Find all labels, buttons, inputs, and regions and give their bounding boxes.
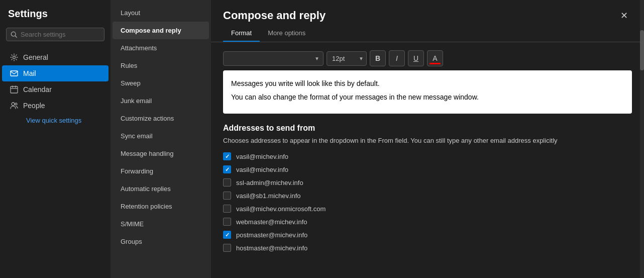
address-checkbox[interactable] (223, 192, 231, 200)
sidebar-item-mail[interactable]: Mail (2, 65, 109, 81)
address-item: vasil@michev.onmicrosoft.com (223, 205, 632, 213)
address-list: vasil@michev.infovasil@michev.infossl-ad… (223, 152, 632, 252)
address-email: hostmaster@michev.info (236, 244, 307, 252)
address-checkbox[interactable] (223, 231, 231, 239)
middle-item-smime[interactable]: S/MIME (113, 215, 209, 233)
sidebar-item-people[interactable]: People (2, 98, 109, 114)
settings-title: Settings (0, 8, 111, 28)
format-toolbar: ▼ 12pt 8pt 10pt 14pt 16pt ▼ B I U A (223, 50, 632, 66)
addresses-section-desc: Chooses addresses to appear in the dropd… (223, 137, 632, 144)
middle-item-groups[interactable]: Groups (113, 233, 209, 250)
font-select[interactable] (223, 51, 324, 66)
page-title: Compose and reply (223, 9, 326, 22)
svg-point-8 (12, 103, 15, 106)
sidebar-item-label-general: General (23, 53, 48, 61)
bold-button[interactable]: B (370, 50, 386, 66)
search-icon (11, 31, 18, 38)
address-item: vasil@michev.info (223, 165, 632, 173)
middle-item-customize-actions[interactable]: Customize actions (113, 110, 209, 127)
middle-item-compose-reply[interactable]: Compose and reply (113, 22, 209, 39)
address-item: vasil@michev.info (223, 152, 632, 160)
preview-box: Messages you write will look like this b… (223, 70, 632, 114)
svg-point-9 (15, 103, 17, 105)
address-checkbox[interactable] (223, 165, 231, 173)
middle-item-rules[interactable]: Rules (113, 57, 209, 74)
main-header: Compose and reply ✕ (211, 0, 644, 23)
middle-item-junk-email[interactable]: Junk email (113, 92, 209, 110)
main-body: ▼ 12pt 8pt 10pt 14pt 16pt ▼ B I U A (211, 42, 644, 278)
address-checkbox[interactable] (223, 244, 231, 252)
sidebar-item-label-people: People (23, 102, 45, 110)
tab-format[interactable]: Format (223, 25, 260, 42)
address-email: vasil@michev.info (236, 153, 288, 160)
svg-point-2 (13, 56, 16, 59)
address-item: ssl-admin@michev.info (223, 178, 632, 187)
middle-item-sweep[interactable]: Sweep (113, 74, 209, 92)
svg-line-1 (15, 36, 17, 37)
address-email: vasil@sb1.michev.info (236, 192, 301, 200)
calendar-icon (10, 85, 18, 94)
svg-rect-4 (11, 86, 18, 93)
middle-item-layout[interactable]: Layout (113, 4, 209, 22)
people-icon (10, 102, 18, 110)
address-email: vasil@michev.info (236, 166, 288, 173)
middle-panel: Layout Compose and reply Attachments Rul… (111, 0, 211, 278)
underline-button[interactable]: U (408, 50, 424, 66)
font-color-button[interactable]: A (427, 50, 443, 66)
address-email: vasil@michev.onmicrosoft.com (236, 205, 326, 213)
scrollbar-thumb[interactable] (640, 30, 644, 70)
italic-button[interactable]: I (389, 50, 405, 66)
middle-item-automatic-replies[interactable]: Automatic replies (113, 180, 209, 198)
middle-item-retention-policies[interactable]: Retention policies (113, 198, 209, 215)
sidebar-item-label-calendar: Calendar (23, 85, 52, 94)
font-size-select[interactable]: 12pt 8pt 10pt 14pt 16pt (327, 51, 367, 66)
tab-more[interactable]: More options (260, 25, 313, 42)
address-email: ssl-admin@michev.info (236, 179, 303, 187)
address-item: webmaster@michev.info (223, 218, 632, 226)
close-button[interactable]: ✕ (616, 8, 632, 23)
middle-item-attachments[interactable]: Attachments (113, 39, 209, 57)
addresses-section-title: Addresses to send from (223, 124, 632, 133)
preview-line2: You can also change the format of your m… (231, 92, 624, 103)
mail-icon (10, 69, 18, 77)
search-input[interactable] (21, 31, 100, 38)
tab-bar: Format More options (211, 25, 644, 42)
address-checkbox[interactable] (223, 205, 231, 213)
font-size-select-wrapper: 12pt 8pt 10pt 14pt 16pt ▼ (327, 51, 367, 66)
address-item: hostmaster@michev.info (223, 244, 632, 252)
address-item: postmaster@michev.info (223, 231, 632, 239)
middle-item-sync-email[interactable]: Sync email (113, 127, 209, 145)
preview-line1: Messages you write will look like this b… (231, 78, 624, 89)
search-box[interactable] (6, 28, 104, 41)
svg-rect-3 (11, 71, 18, 76)
sidebar: Settings General Mail Calendar (0, 0, 111, 278)
address-email: postmaster@michev.info (236, 231, 307, 239)
sidebar-item-label-mail: Mail (23, 69, 36, 77)
sidebar-item-general[interactable]: General (2, 49, 109, 65)
view-quick-settings[interactable]: View quick settings (18, 114, 111, 127)
address-checkbox[interactable] (223, 178, 231, 187)
address-checkbox[interactable] (223, 152, 231, 160)
gear-icon (10, 53, 18, 61)
sidebar-item-calendar[interactable]: Calendar (2, 81, 109, 98)
scrollbar-track[interactable] (640, 0, 644, 278)
main-content: Compose and reply ✕ Format More options … (211, 0, 644, 278)
address-checkbox[interactable] (223, 218, 231, 226)
font-select-wrapper: ▼ (223, 51, 324, 66)
font-color-bar (430, 63, 441, 64)
middle-item-message-handling[interactable]: Message handling (113, 145, 209, 162)
address-item: vasil@sb1.michev.info (223, 192, 632, 200)
middle-item-forwarding[interactable]: Forwarding (113, 162, 209, 180)
address-email: webmaster@michev.info (236, 218, 307, 226)
